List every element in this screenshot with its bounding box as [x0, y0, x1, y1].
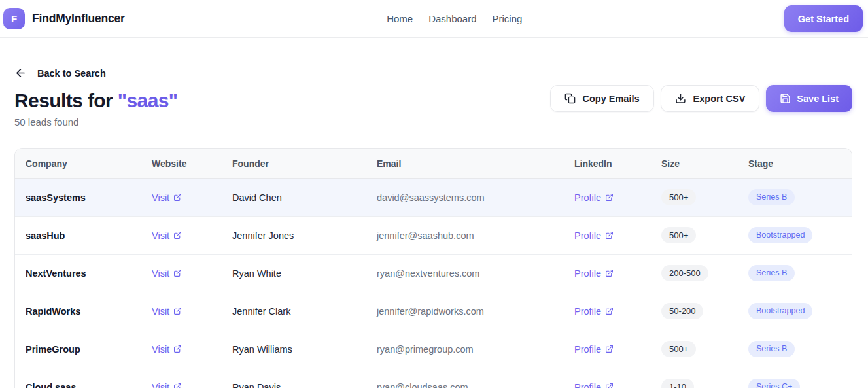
linkedin-link-label: Profile — [574, 382, 601, 388]
column-header-linkedin: LinkedIn — [564, 149, 651, 179]
export-csv-label: Export CSV — [693, 94, 746, 104]
column-header-size: Size — [651, 149, 738, 179]
company-name: PrimeGroup — [26, 344, 80, 355]
website-link-label: Visit — [152, 306, 169, 317]
table-row: NextVentures Visit Ryan White ryan@nextv… — [15, 255, 852, 292]
website-link-label: Visit — [152, 192, 169, 203]
email-text: ryan@primegroup.com — [377, 344, 474, 355]
email-text: ryan@cloudsaas.com — [377, 382, 468, 388]
brand[interactable]: F FindMyInfluencer — [3, 8, 125, 29]
company-name: saasHub — [26, 230, 65, 241]
save-icon — [780, 93, 791, 104]
table-row: PrimeGroup Visit Ryan Williams ryan@prim… — [15, 330, 852, 368]
stage-badge: Bootstrapped — [748, 227, 812, 243]
website-link[interactable]: Visit — [152, 344, 182, 355]
get-started-label: Get Started — [798, 14, 849, 24]
founder-name: Jennifer Clark — [232, 306, 290, 317]
linkedin-link[interactable]: Profile — [574, 192, 614, 203]
save-list-button[interactable]: Save List — [766, 85, 852, 112]
leads-table-head: Company Website Founder Email LinkedIn S… — [15, 149, 852, 179]
linkedin-link-label: Profile — [574, 306, 601, 317]
back-to-search-label: Back to Search — [37, 68, 106, 79]
nav-item-pricing[interactable]: Pricing — [493, 13, 523, 24]
external-link-icon — [605, 231, 614, 239]
linkedin-link[interactable]: Profile — [574, 230, 614, 241]
email-text: jennifer@saashub.com — [377, 230, 474, 241]
copy-emails-button[interactable]: Copy Emails — [550, 85, 654, 112]
external-link-icon — [173, 193, 182, 202]
founder-name: Ryan Davis — [232, 382, 281, 388]
nav-item-home[interactable]: Home — [387, 13, 413, 24]
email-text: jennifer@rapidworks.com — [377, 306, 484, 317]
external-link-icon — [173, 383, 182, 388]
website-link-label: Visit — [152, 344, 169, 355]
stage-badge: Bootstrapped — [748, 303, 812, 319]
size-badge: 50-200 — [661, 303, 703, 319]
table-row: saasSystems Visit David Chen david@saass… — [15, 179, 852, 217]
results-heading-block: Results for "saas" 50 leads found — [14, 90, 177, 128]
copy-icon — [564, 93, 576, 104]
linkedin-link[interactable]: Profile — [574, 306, 614, 317]
table-row: Cloud saas Visit Ryan Davis ryan@cloudsa… — [15, 368, 852, 388]
copy-emails-label: Copy Emails — [583, 94, 640, 104]
linkedin-link-label: Profile — [574, 268, 601, 279]
column-header-website: Website — [141, 149, 222, 179]
external-link-icon — [173, 345, 182, 353]
external-link-icon — [173, 307, 182, 315]
stage-badge: Series C+ — [748, 379, 800, 388]
brand-logo-icon: F — [3, 8, 25, 29]
website-link[interactable]: Visit — [152, 382, 182, 388]
linkedin-link[interactable]: Profile — [574, 382, 614, 388]
linkedin-link-label: Profile — [574, 230, 601, 241]
brand-name: FindMyInfluencer — [32, 12, 125, 26]
founder-name: Ryan Williams — [232, 344, 292, 355]
top-nav: F FindMyInfluencer Home Dashboard Pricin… — [0, 0, 868, 38]
column-header-founder: Founder — [222, 149, 366, 179]
website-link[interactable]: Visit — [152, 192, 182, 203]
email-text: ryan@nextventures.com — [377, 268, 479, 279]
nav-item-dashboard[interactable]: Dashboard — [428, 13, 476, 24]
brand-logo-letter: F — [11, 13, 17, 24]
linkedin-link-label: Profile — [574, 344, 601, 355]
linkedin-link[interactable]: Profile — [574, 344, 614, 355]
stage-badge: Series B — [748, 265, 795, 281]
website-link-label: Visit — [152, 268, 169, 279]
company-name: NextVentures — [26, 268, 86, 279]
external-link-icon — [605, 193, 614, 202]
back-to-search-link[interactable]: Back to Search — [14, 67, 106, 79]
arrow-left-icon — [14, 67, 27, 79]
size-badge: 500+ — [661, 227, 696, 243]
website-link-label: Visit — [152, 382, 169, 388]
external-link-icon — [605, 383, 614, 388]
stage-badge: Series B — [748, 189, 795, 205]
column-header-stage: Stage — [738, 149, 852, 179]
nav-links: Home Dashboard Pricing — [387, 13, 522, 24]
page-title-query: "saas" — [118, 90, 178, 111]
external-link-icon — [173, 269, 182, 277]
website-link[interactable]: Visit — [152, 268, 182, 279]
founder-name: Jennifer Jones — [232, 230, 294, 241]
column-header-email: Email — [366, 149, 564, 179]
leads-table-container: Company Website Founder Email LinkedIn S… — [14, 148, 852, 388]
page-content: Back to Search Results for "saas" 50 lea… — [0, 38, 868, 388]
company-name: Cloud saas — [26, 382, 76, 388]
external-link-icon — [605, 269, 614, 277]
size-badge: 500+ — [661, 189, 696, 205]
leads-table-body: saasSystems Visit David Chen david@saass… — [15, 179, 852, 388]
results-header-row: Results for "saas" 50 leads found Copy E… — [14, 90, 852, 128]
website-link[interactable]: Visit — [152, 306, 182, 317]
email-text: david@saassystems.com — [377, 192, 485, 203]
website-link[interactable]: Visit — [152, 230, 182, 241]
page-title-prefix: Results for — [14, 90, 118, 111]
save-list-label: Save List — [797, 94, 839, 104]
linkedin-link-label: Profile — [574, 192, 601, 203]
website-link-label: Visit — [152, 230, 169, 241]
size-badge: 500+ — [661, 341, 696, 357]
linkedin-link[interactable]: Profile — [574, 268, 614, 279]
page-title: Results for "saas" — [14, 90, 177, 112]
download-icon — [675, 93, 686, 104]
company-name: RapidWorks — [26, 306, 80, 317]
export-csv-button[interactable]: Export CSV — [661, 85, 760, 112]
get-started-button[interactable]: Get Started — [784, 5, 863, 32]
company-name: saasSystems — [26, 192, 86, 203]
